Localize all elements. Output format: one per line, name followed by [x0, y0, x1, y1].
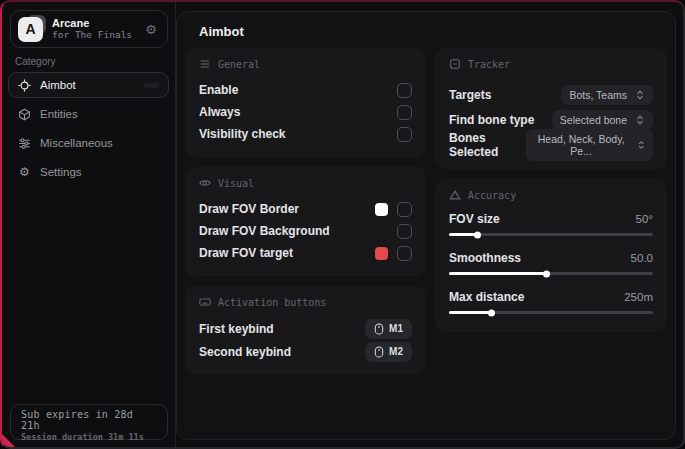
subscription-expiry: Sub expires in 28d 21h [21, 409, 157, 431]
section-general: General Enable Always Visibility check [185, 48, 426, 157]
mouse-icon [374, 346, 384, 358]
max-distance-slider[interactable] [449, 307, 653, 318]
always-checkbox[interactable] [397, 105, 412, 120]
slider-row: FOV size 50° [449, 210, 653, 240]
slider-fill [449, 311, 492, 314]
row-label: Visibility check [199, 127, 286, 141]
slider-row: Smoothness 50.0 [449, 249, 653, 279]
slider-row: Max distance 250m [449, 288, 653, 318]
logo-letter: A [18, 17, 43, 42]
keyboard-icon [199, 296, 211, 308]
content-columns: General Enable Always Visibility check [185, 48, 667, 375]
gear-icon[interactable]: ⚙ [145, 22, 157, 37]
section-activation-buttons: Activation buttons First keybind M1 Seco… [185, 286, 426, 375]
dropdown-value: Head, Neck, Body, Pe... [534, 133, 629, 157]
brand-text: Arcane for The Finals [52, 17, 132, 41]
entities-icon [18, 108, 31, 121]
draw-fov-background-checkbox[interactable] [397, 224, 412, 239]
row-label: Find bone type [449, 113, 534, 127]
section-title: Activation buttons [218, 297, 326, 308]
gear-icon: ⚙ [18, 166, 31, 179]
sidebar-item-settings[interactable]: ⚙ Settings [8, 159, 169, 185]
setting-row: Targets Bots, Teams [449, 82, 653, 107]
drag-hint [144, 83, 159, 88]
setting-row: Second keybind M2 [199, 340, 412, 363]
keybind-value: M2 [389, 346, 403, 357]
smoothness-slider[interactable] [449, 268, 653, 279]
section-title: General [218, 59, 260, 70]
section-header: Tracker [449, 58, 653, 70]
sidebar-item-aimbot[interactable]: Aimbot [8, 72, 169, 98]
setting-row: Draw FOV Border [199, 198, 412, 220]
brand-subtitle: for The Finals [52, 30, 132, 41]
section-header: Visual [199, 177, 412, 189]
box-minus-icon [449, 58, 461, 70]
setting-row: Bones Selected Head, Neck, Body, Pe... [449, 132, 653, 157]
bones-selected-dropdown[interactable]: Head, Neck, Body, Pe... [526, 129, 653, 161]
slider-label-row: Max distance 250m [449, 288, 653, 306]
draw-fov-target-checkbox[interactable] [397, 246, 412, 261]
unfold-icon [635, 115, 645, 125]
enable-checkbox[interactable] [397, 83, 412, 98]
find-bone-type-dropdown[interactable]: Selected bone [552, 110, 653, 130]
first-keybind-button[interactable]: M1 [365, 319, 412, 339]
row-label: FOV size [449, 212, 500, 226]
session-duration: Session duration 31m 11s [21, 432, 157, 442]
slider-thumb[interactable] [474, 231, 481, 238]
row-controls [375, 246, 412, 261]
slider-thumb[interactable] [488, 309, 495, 316]
unfold-icon [635, 90, 645, 100]
fov-size-slider[interactable] [449, 229, 653, 240]
fov-target-color-swatch[interactable] [375, 247, 388, 260]
left-column: General Enable Always Visibility check [185, 48, 426, 375]
page-title: Aimbot [199, 24, 667, 39]
setting-row: Draw FOV target [199, 242, 412, 264]
section-title: Accuracy [468, 190, 516, 201]
row-label: Bones Selected [449, 131, 526, 159]
sidebar-item-entities[interactable]: Entities [8, 101, 169, 127]
sidebar: A Arcane for The Finals ⚙ Category Aimbo… [2, 2, 176, 447]
slider-value: 250m [624, 291, 653, 303]
slider-label-row: Smoothness 50.0 [449, 249, 653, 267]
slider-thumb[interactable] [543, 270, 550, 277]
row-label: Second keybind [199, 345, 291, 359]
unfold-icon [637, 140, 646, 150]
dropdown-value: Bots, Teams [569, 89, 627, 101]
section-title: Visual [218, 178, 254, 189]
slider-fill [449, 272, 547, 275]
section-header: General [199, 58, 412, 70]
brand-title: Arcane [52, 17, 132, 30]
draw-fov-border-checkbox[interactable] [397, 202, 412, 217]
red-corner-accent [2, 434, 15, 447]
category-label: Category [15, 56, 56, 67]
fov-border-color-swatch[interactable] [375, 203, 388, 216]
second-keybind-button[interactable]: M2 [365, 342, 412, 362]
row-label: Draw FOV Background [199, 224, 330, 238]
app-logo: A [18, 17, 43, 42]
slider-value: 50° [636, 213, 653, 225]
row-label: Enable [199, 83, 238, 97]
brand-card: A Arcane for The Finals ⚙ [10, 10, 168, 48]
setting-row: Always [199, 101, 412, 123]
app-window: A Arcane for The Finals ⚙ Category Aimbo… [0, 0, 685, 449]
section-title: Tracker [468, 59, 510, 70]
visibility-check-checkbox[interactable] [397, 127, 412, 142]
row-label: Draw FOV target [199, 246, 293, 260]
targets-dropdown[interactable]: Bots, Teams [561, 85, 653, 105]
setting-row: First keybind M1 [199, 317, 412, 340]
setting-row: Enable [199, 79, 412, 101]
row-label: Targets [449, 88, 491, 102]
sidebar-item-label: Settings [40, 166, 82, 178]
right-column: Tracker Targets Bots, Teams Find bone ty… [435, 48, 667, 332]
mouse-icon [374, 323, 384, 335]
row-label: Max distance [449, 290, 524, 304]
section-header: Accuracy [449, 189, 653, 201]
slider-value: 50.0 [631, 252, 653, 264]
slider-fill [449, 233, 478, 236]
sidebar-item-miscellaneous[interactable]: Miscellaneous [8, 130, 169, 156]
row-label: Draw FOV Border [199, 202, 299, 216]
sidebar-item-label: Aimbot [40, 79, 76, 91]
row-label: Always [199, 105, 240, 119]
main-panel: Aimbot General Enable A [176, 11, 676, 440]
keybind-value: M1 [389, 323, 403, 334]
